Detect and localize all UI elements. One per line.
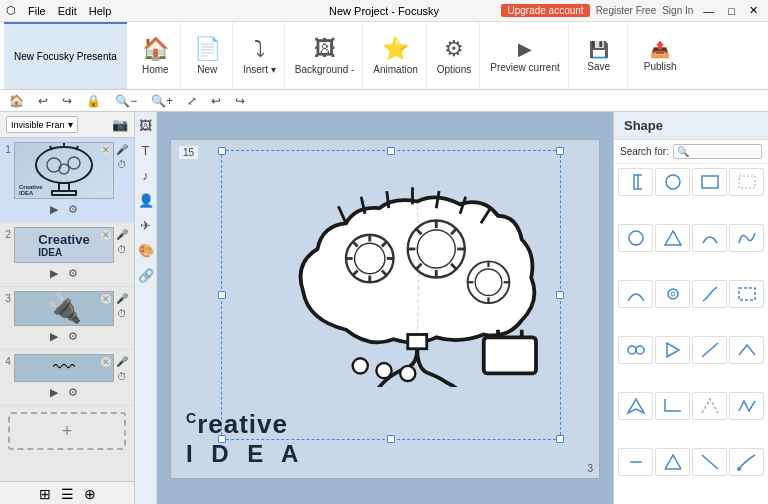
slide-item-3[interactable]: 3 ✕ 🔌 ▶ ⚙ 🎤 ⏱ [0, 287, 134, 350]
shape-rounded-bracket[interactable] [655, 168, 690, 196]
music-nav-icon[interactable]: ♪ [140, 166, 151, 185]
signin-link[interactable]: Sign In [662, 5, 693, 16]
timer-icon-1[interactable]: ⏱ [117, 159, 127, 170]
shape-plane[interactable] [618, 392, 653, 420]
shape-circle[interactable] [618, 224, 653, 252]
timer-icon-2[interactable]: ⏱ [117, 244, 127, 255]
mic-icon-4[interactable]: 🎤 [116, 356, 128, 367]
ribbon-preview[interactable]: ▶ Preview current [482, 22, 568, 89]
settings-icon-4[interactable]: ⚙ [68, 386, 78, 399]
nav-back-btn[interactable]: ↩ [33, 91, 53, 111]
shape-diagonal[interactable] [692, 336, 727, 364]
shape-empty[interactable] [729, 168, 764, 196]
slide-item-1[interactable]: 1 ✕ [0, 138, 134, 223]
settings-icon-3[interactable]: ⚙ [68, 330, 78, 343]
shape-bend[interactable] [655, 392, 690, 420]
mic-icon-1[interactable]: 🎤 [116, 144, 128, 155]
ribbon-publish[interactable]: 📤 Publish [638, 38, 683, 74]
shape-rectangle[interactable] [692, 168, 727, 196]
shape-line-short[interactable] [618, 448, 653, 476]
close-slide-4[interactable]: ✕ [101, 357, 111, 367]
slide-canvas[interactable]: 15 [170, 139, 600, 479]
lock-btn[interactable]: 🔒 [81, 91, 106, 111]
shape-arc[interactable] [692, 224, 727, 252]
slide-list-icon[interactable]: ☰ [61, 486, 74, 502]
handle-tm[interactable] [387, 147, 395, 155]
slide-item-2[interactable]: 2 ✕ Creative IDEA ▶ ⚙ 🎤 ⏱ [0, 223, 134, 287]
shape-long-diagonal[interactable] [692, 448, 727, 476]
shape-right-angle[interactable] [655, 448, 690, 476]
search-input[interactable]: 🔍 [673, 144, 762, 159]
zoom-fit-btn[interactable]: ⤢ [182, 91, 202, 111]
nav-home-btn[interactable]: 🏠 [4, 91, 29, 111]
upgrade-button[interactable]: Upgrade account [501, 4, 589, 17]
shape-chain[interactable] [618, 336, 653, 364]
zoom-out-btn[interactable]: 🔍− [110, 91, 142, 111]
user-nav-icon[interactable]: 👤 [136, 191, 156, 210]
paint-nav-icon[interactable]: 🎨 [136, 241, 156, 260]
ribbon-options[interactable]: ⚙ Options [429, 22, 480, 89]
add-slide-button[interactable]: + [8, 412, 126, 450]
publish-icon: 📤 [650, 40, 670, 59]
close-slide-2[interactable]: ✕ [101, 230, 111, 240]
shape-angle-right[interactable] [692, 392, 727, 420]
shape-gear[interactable] [655, 280, 690, 308]
shape-wave[interactable] [729, 224, 764, 252]
menu-file[interactable]: File [28, 5, 46, 17]
slide-add-icon[interactable]: ⊕ [84, 486, 96, 502]
ribbon-new[interactable]: 📄 New [183, 22, 233, 89]
ribbon-animation[interactable]: ⭐ Animation [365, 22, 426, 89]
focusky-tab[interactable]: New Focusky Presenta [4, 22, 127, 89]
close-slide-1[interactable]: ✕ [101, 145, 111, 155]
close-button[interactable]: ✕ [745, 4, 762, 17]
zoom-in-btn[interactable]: 🔍+ [146, 91, 178, 111]
camera-icon[interactable]: 📷 [112, 117, 128, 132]
shape-triangle-right[interactable] [655, 336, 690, 364]
play-icon-4[interactable]: ▶ [50, 386, 58, 399]
handle-bm[interactable] [387, 435, 395, 443]
settings-icon[interactable]: ⚙ [68, 203, 78, 216]
handle-tr[interactable] [556, 147, 564, 155]
nav-forward-btn[interactable]: ↪ [57, 91, 77, 111]
maximize-button[interactable]: □ [724, 5, 739, 17]
handle-tl[interactable] [218, 147, 226, 155]
timer-icon-3[interactable]: ⏱ [117, 308, 127, 319]
play-icon-3[interactable]: ▶ [50, 330, 58, 343]
ribbon-home[interactable]: 🏠 Home [131, 22, 181, 89]
shape-dotted[interactable] [729, 280, 764, 308]
shape-angle[interactable] [729, 336, 764, 364]
plane-nav-icon[interactable]: ✈ [138, 216, 153, 235]
play-icon[interactable]: ▶ [50, 203, 58, 216]
timer-icon-4[interactable]: ⏱ [117, 371, 127, 382]
frame-select[interactable]: Invisible Fran ▾ [6, 116, 78, 133]
link-nav-icon[interactable]: 🔗 [136, 266, 156, 285]
shape-bracket-left[interactable] [618, 168, 653, 196]
register-link[interactable]: Register Free [596, 5, 657, 16]
handle-ml[interactable] [218, 291, 226, 299]
ribbon-background[interactable]: 🖼 Background - [287, 22, 363, 89]
mic-icon-3[interactable]: 🎤 [116, 293, 128, 304]
shape-zigzag[interactable] [729, 392, 764, 420]
minimize-button[interactable]: — [699, 5, 718, 17]
slide-grid-icon[interactable]: ⊞ [39, 486, 51, 502]
menu-edit[interactable]: Edit [58, 5, 77, 17]
ribbon-insert[interactable]: ⤵ Insert ▾ [235, 22, 285, 89]
handle-br[interactable] [556, 435, 564, 443]
shape-triangle[interactable] [655, 224, 690, 252]
mic-icon-2[interactable]: 🎤 [116, 229, 128, 240]
menu-help[interactable]: Help [89, 5, 112, 17]
background-icon: 🖼 [314, 36, 336, 62]
ribbon-save[interactable]: 💾 Save [579, 38, 619, 74]
play-icon-2[interactable]: ▶ [50, 267, 58, 280]
text-nav-icon[interactable]: T [140, 141, 152, 160]
close-slide-3[interactable]: ✕ [101, 294, 111, 304]
redo-btn[interactable]: ↪ [230, 91, 250, 111]
shape-end-line[interactable] [729, 448, 764, 476]
undo-btn[interactable]: ↩ [206, 91, 226, 111]
shape-s-curve[interactable] [692, 280, 727, 308]
image-nav-icon[interactable]: 🖼 [137, 116, 154, 135]
shape-line-curve[interactable] [618, 280, 653, 308]
slide-item-4[interactable]: 4 ✕ 〰 ▶ ⚙ 🎤 ⏱ [0, 350, 134, 406]
settings-icon-2[interactable]: ⚙ [68, 267, 78, 280]
options-icon: ⚙ [444, 36, 464, 62]
